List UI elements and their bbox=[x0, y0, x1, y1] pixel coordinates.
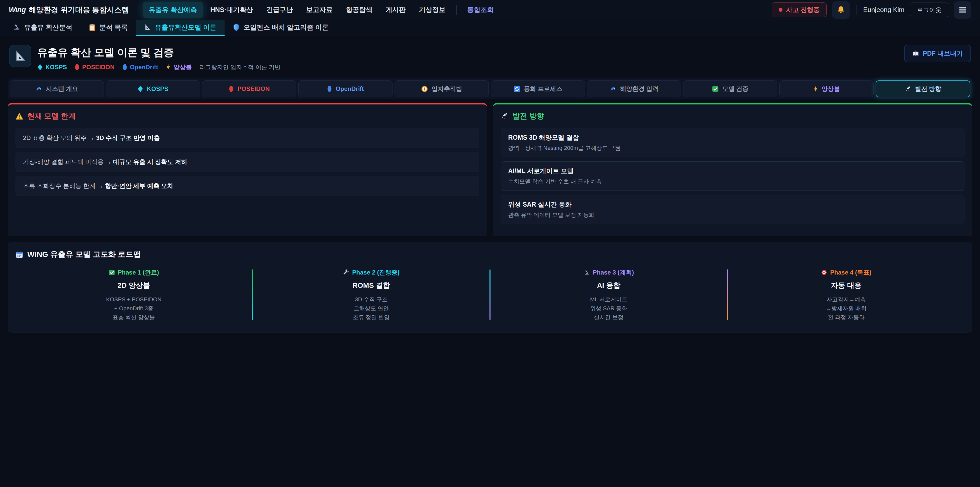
section-kosps[interactable]: KOSPS bbox=[106, 80, 200, 97]
blue-drop-icon bbox=[122, 64, 127, 70]
phase-name: 2D 앙상블 bbox=[16, 281, 252, 291]
section-poseidon[interactable]: POSEIDON bbox=[202, 80, 296, 97]
pdf-export-button[interactable]: PDF 내보내기 bbox=[904, 45, 971, 62]
section-ocean-env-input[interactable]: 해양환경 입력 bbox=[587, 80, 681, 97]
nav-aerial-search[interactable]: 항공탐색 bbox=[340, 2, 379, 18]
check-icon bbox=[109, 270, 115, 276]
clipboard-icon bbox=[89, 24, 96, 31]
limitation-text: 기상-해양 결합 피드백 미적용 → bbox=[23, 158, 113, 165]
section-label: 해양환경 입력 bbox=[620, 85, 659, 93]
wrench-icon bbox=[343, 270, 349, 276]
badge-label: KOSPS bbox=[45, 64, 67, 71]
tab-label: 오일펜스 배치 알고리즘 이론 bbox=[243, 23, 329, 32]
limitation-text: 조류 조화상수 분해능 한계 → bbox=[23, 182, 105, 189]
pdf-export-icon bbox=[912, 50, 919, 57]
roadmap-title: WING 유출유 모델 고도화 로드맵 bbox=[16, 249, 964, 260]
red-drop-icon bbox=[229, 86, 234, 92]
nav-board[interactable]: 게시판 bbox=[380, 2, 412, 18]
section-ensemble[interactable]: 앙상블 bbox=[780, 80, 873, 97]
limitations-title: 현재 모델 한계 bbox=[16, 111, 479, 121]
tab-analysis-list[interactable]: 분석 목록 bbox=[80, 20, 136, 36]
roadmap-title-text: WING 유출유 모델 고도화 로드맵 bbox=[27, 249, 141, 260]
phase-name: AI 융합 bbox=[490, 281, 727, 291]
phase-badge-text: Phase 3 (계획) bbox=[593, 268, 634, 276]
section-label: 앙상블 bbox=[822, 85, 840, 93]
future-item-title: AI/ML 서로게이트 모델 bbox=[508, 167, 957, 175]
phase-line: + OpenDrift 3종 bbox=[16, 304, 252, 313]
wave-icon bbox=[35, 86, 42, 93]
phase-3: Phase 3 (계획) AI 융합 ML 서로게이트 위성 SAR 동화 실시… bbox=[490, 267, 727, 322]
triangle-ruler-icon bbox=[144, 24, 151, 31]
page-subtitle: 라그랑지안 입자추적 이론 기반 bbox=[199, 63, 280, 71]
phase-2: Phase 2 (진행중) ROMS 결합 3D 수직 구조 고해상도 연안 조… bbox=[253, 267, 490, 322]
section-system-overview[interactable]: 시스템 개요 bbox=[10, 80, 104, 97]
future-item-desc: 수치모델 학습 기반 수초 내 근사 예측 bbox=[508, 178, 957, 185]
target-icon bbox=[821, 270, 827, 276]
bell-icon bbox=[837, 6, 845, 14]
limitation-highlight: 대규모 유출 시 정확도 저하 bbox=[113, 158, 187, 165]
section-particle-tracking[interactable]: 입자추적법 bbox=[395, 80, 489, 97]
tab-spill-analysis[interactable]: 유출유 확산분석 bbox=[5, 20, 80, 36]
nav-hns-atmospheric[interactable]: HNS·대기확산 bbox=[204, 2, 259, 18]
shield-icon bbox=[233, 24, 240, 31]
future-item: ROMS 3D 해양모델 결합 광역→상세역 Nesting 200m급 고해상… bbox=[501, 128, 964, 157]
badge-label: POSEIDON bbox=[82, 64, 115, 71]
calendar-icon bbox=[16, 251, 23, 259]
phase-line: 조류 정밀 반영 bbox=[253, 313, 490, 322]
nav-reports[interactable]: 보고자료 bbox=[300, 2, 339, 18]
tab-oil-fence-theory[interactable]: 오일펜스 배치 알고리즘 이론 bbox=[224, 20, 337, 36]
nav-oil-spill-prediction[interactable]: 유출유 확산예측 bbox=[143, 2, 203, 18]
nav-divider bbox=[456, 5, 457, 15]
phase-name: 자동 대응 bbox=[728, 281, 965, 291]
phase-1: Phase 1 (완료) 2D 앙상블 KOSPS + POSEIDON + O… bbox=[16, 267, 252, 322]
diamond-icon bbox=[37, 64, 43, 70]
future-item: 위성 SAR 실시간 동화 관측 유막 데이터 모델 보정 자동화 bbox=[501, 195, 964, 224]
phase-line: 표층 확산 앙상블 bbox=[16, 313, 252, 322]
sub-tab-bar: 유출유 확산분석 분석 목록 유출유확산모델 이론 오일펜스 배치 알고리즘 이… bbox=[0, 20, 980, 36]
opendrift-badge: OpenDrift bbox=[122, 64, 158, 71]
bolt-icon bbox=[165, 64, 171, 70]
nav-weather[interactable]: 기상정보 bbox=[413, 2, 452, 18]
user-name: Eunjeong Kim bbox=[863, 6, 904, 14]
tab-model-theory[interactable]: 유출유확산모델 이론 bbox=[136, 20, 224, 36]
incident-dot-icon bbox=[779, 8, 783, 12]
rocket-icon bbox=[501, 112, 508, 120]
phase-badge-text: Phase 1 (완료) bbox=[118, 268, 159, 276]
nav-emergency-rescue[interactable]: 긴급구난 bbox=[260, 2, 299, 18]
section-weathering-process[interactable]: 풍화 프로세스 bbox=[491, 80, 585, 97]
main-nav: 유출유 확산예측 HNS·대기확산 긴급구난 보고자료 항공탐색 게시판 기상정… bbox=[143, 2, 500, 18]
incident-status-label: 사고 진행중 bbox=[786, 6, 820, 14]
limitation-item: 조류 조화상수 분해능 한계 → 항만·연안 세부 예측 오차 bbox=[16, 176, 479, 196]
section-model-validation[interactable]: 모델 검증 bbox=[683, 80, 777, 97]
phase-line: 사고감지→예측 bbox=[728, 295, 965, 304]
incident-status-badge[interactable]: 사고 진행중 bbox=[772, 2, 827, 18]
kosps-badge: KOSPS bbox=[37, 64, 67, 71]
phase-line: 3D 수직 구조 bbox=[253, 295, 490, 304]
section-label: 시스템 개요 bbox=[46, 85, 78, 93]
notifications-button[interactable] bbox=[832, 1, 850, 19]
future-item-title: ROMS 3D 해양모델 결합 bbox=[508, 133, 957, 142]
limitation-item: 기상-해양 결합 피드백 미적용 → 대규모 유출 시 정확도 저하 bbox=[16, 152, 479, 172]
page-title-block: 유출유 확산 모델 이론 및 검증 KOSPS POSEIDON OpenDri… bbox=[37, 45, 281, 71]
phase-line: 실시간 보정 bbox=[490, 313, 727, 322]
page-title: 유출유 확산 모델 이론 및 검증 bbox=[37, 45, 281, 59]
badge-label: 앙상블 bbox=[173, 63, 192, 71]
section-label: 모델 검증 bbox=[722, 85, 749, 93]
nav-integrated-search[interactable]: 통합조회 bbox=[461, 2, 500, 18]
section-label: 입자추적법 bbox=[431, 85, 462, 93]
tab-label: 유출유 확산분석 bbox=[24, 23, 72, 32]
phase-badge-text: Phase 2 (진행중) bbox=[352, 268, 399, 276]
blue-drop-icon bbox=[327, 86, 332, 92]
tab-label: 분석 목록 bbox=[99, 23, 127, 32]
phase-4: Phase 4 (목표) 자동 대응 사고감지→예측 →방제자원 배치 전 과정… bbox=[728, 267, 965, 322]
microscope-icon bbox=[584, 270, 590, 276]
app-logo: Wing 해양환경 위기대응 통합시스템 bbox=[9, 5, 129, 15]
pdf-export-label: PDF 내보내기 bbox=[923, 49, 963, 58]
logout-button[interactable]: 로그아웃 bbox=[910, 3, 948, 18]
section-opendrift[interactable]: OpenDrift bbox=[298, 80, 393, 97]
rocket-icon bbox=[905, 86, 912, 93]
section-label: 풍화 프로세스 bbox=[524, 85, 563, 93]
section-future-direction[interactable]: 발전 방향 bbox=[876, 80, 970, 97]
menu-button[interactable] bbox=[954, 1, 971, 19]
future-item: AI/ML 서로게이트 모델 수치모델 학습 기반 수초 내 근사 예측 bbox=[501, 161, 964, 191]
